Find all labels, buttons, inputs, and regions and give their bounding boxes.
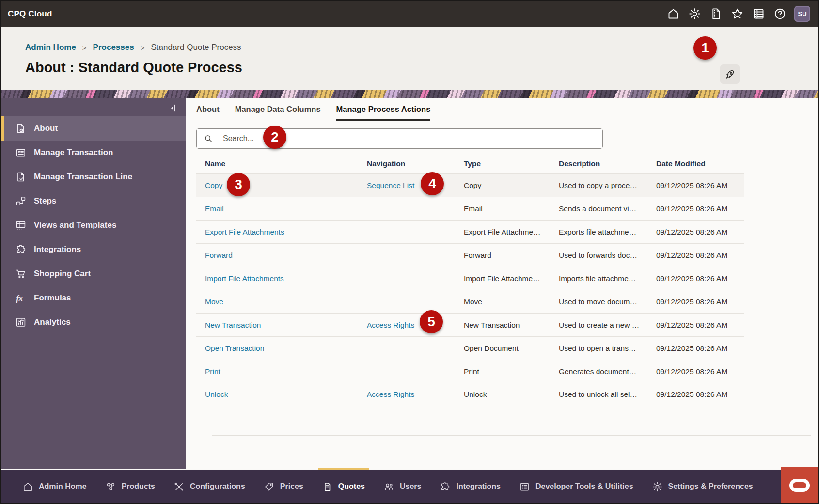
tables-button[interactable] [748, 4, 769, 24]
description-cell: Sends a document vi… [559, 205, 656, 213]
sidebar-item-label: Formulas [34, 293, 71, 303]
table-row[interactable]: Open Transaction Open Document Used to o… [196, 336, 744, 360]
table-row[interactable]: Import File Attachments Import File Atta… [196, 267, 744, 290]
table-row[interactable]: Print Print Generates document… 09/12/20… [196, 360, 744, 383]
help-icon [773, 7, 787, 20]
action-name-link[interactable]: Open Transaction [205, 344, 264, 352]
user-avatar[interactable]: SU [794, 6, 810, 22]
top-app-bar: CPQ Cloud SU [1, 1, 818, 27]
home-button[interactable] [662, 4, 684, 24]
sidebar-item-integrations[interactable]: Integrations [1, 237, 186, 262]
tab-manage-data-columns[interactable]: Manage Data Columns [235, 105, 321, 121]
bottomnav-label: Developer Tools & Utilities [536, 482, 633, 491]
breadcrumb-processes[interactable]: Processes [93, 43, 134, 52]
sidebar-item-label: Analytics [34, 317, 71, 327]
sidebar-item-label: Manage Transaction [34, 148, 113, 158]
sidebar-item-manage-transaction-line[interactable]: Manage Transaction Line [1, 165, 186, 189]
action-name-link[interactable]: Import File Attachments [205, 274, 284, 283]
bottomnav-label: Admin Home [39, 482, 87, 491]
sidebar-item-manage-transaction[interactable]: Manage Transaction [1, 141, 186, 165]
action-name-link[interactable]: Email [205, 205, 224, 213]
type-cell: Import File Attachme… [464, 274, 559, 283]
sidebar-item-steps[interactable]: Steps [1, 189, 186, 213]
column-header-date-modified: Date Modified [656, 159, 744, 168]
bottomnav-admin-home[interactable]: Admin Home [22, 470, 87, 503]
sidebar-item-analytics[interactable]: Analytics [1, 310, 186, 334]
star-icon [731, 7, 744, 20]
description-cell: Imports file attachme… [559, 274, 656, 283]
sidebar-item-label: Manage Transaction Line [34, 172, 132, 182]
navigation-link[interactable]: Sequence List [367, 181, 414, 189]
description-cell: Used to forwards doc… [559, 251, 656, 260]
bottomnav-quotes[interactable]: Quotes [322, 470, 365, 503]
table-row[interactable]: Forward Forward Used to forwards doc… 09… [196, 243, 744, 267]
breadcrumb-admin-home[interactable]: Admin Home [25, 43, 76, 52]
deploy-button[interactable] [720, 64, 740, 84]
bottomnav-integrations[interactable]: Integrations [440, 470, 501, 503]
bottomnav-prices[interactable]: Prices [264, 470, 303, 503]
type-cell: Copy [464, 181, 559, 190]
sidebar-item-formulas[interactable]: Formulas [1, 286, 186, 310]
content-bottom-divider [212, 435, 811, 436]
bottomnav-developer-tools[interactable]: Developer Tools & Utilities [519, 470, 633, 503]
sidebar-collapse-button[interactable] [165, 101, 180, 115]
bottomnav-label: Configurations [190, 482, 245, 491]
callout-2: 2 [263, 126, 286, 149]
tab-about[interactable]: About [196, 105, 220, 121]
table-row[interactable]: Copy Sequence List Copy Used to copy a p… [196, 173, 744, 197]
steps-flow-icon [15, 195, 27, 207]
bottomnav-users[interactable]: Users [383, 470, 421, 503]
action-name-link[interactable]: Forward [205, 251, 233, 259]
home-icon [22, 481, 33, 492]
bottomnav-label: Settings & Preferences [668, 482, 753, 491]
navigation-link[interactable]: Access Rights [367, 321, 414, 329]
column-header-navigation: Navigation [367, 159, 464, 168]
action-name-link[interactable]: Print [205, 367, 220, 376]
gear-icon [688, 7, 701, 20]
bottomnav-label: Prices [280, 482, 303, 491]
action-name-link[interactable]: Unlock [205, 390, 228, 398]
bottomnav-settings-preferences[interactable]: Settings & Preferences [652, 470, 753, 503]
action-name-link[interactable]: Move [205, 298, 223, 306]
table-row[interactable]: New Transaction Access Rights New Transa… [196, 313, 744, 336]
table-row[interactable]: Move Move Used to move docum… 09/12/2025… [196, 290, 744, 313]
navigation-link[interactable]: Access Rights [367, 390, 414, 398]
table-icon [752, 7, 765, 20]
bottomnav-products[interactable]: Products [105, 470, 155, 503]
search-box[interactable] [196, 128, 603, 149]
table-row[interactable]: Export File Attachments Export File Atta… [196, 220, 744, 243]
column-header-description: Description [559, 159, 656, 168]
action-name-link[interactable]: Export File Attachments [205, 228, 284, 236]
favorites-button[interactable] [726, 4, 748, 24]
reports-button[interactable] [705, 4, 726, 24]
type-cell: Open Document [464, 344, 559, 353]
search-icon [204, 134, 213, 143]
admin-settings-button[interactable] [684, 4, 705, 24]
puzzle-icon [15, 244, 27, 255]
process-tabs: About Manage Data Columns Manage Process… [186, 98, 818, 121]
date-modified-cell: 09/12/2025 08:26 AM [656, 205, 744, 213]
table-row[interactable]: Unlock Access Rights Unlock Used to unlo… [196, 383, 744, 406]
callout-3: 3 [227, 173, 250, 196]
sidebar-item-about[interactable]: About [1, 116, 186, 141]
table-row[interactable]: Email Email Sends a document vi… 09/12/2… [196, 197, 744, 220]
column-header-type: Type [464, 159, 559, 168]
description-cell: Used to unlock all sel… [559, 390, 656, 399]
sidebar-item-shopping-cart[interactable]: Shopping Cart [1, 262, 186, 286]
date-modified-cell: 09/12/2025 08:26 AM [656, 367, 744, 376]
oracle-logo-icon [789, 479, 810, 492]
description-cell: Used to move docum… [559, 298, 656, 306]
sidebar-item-label: Views and Templates [34, 220, 116, 230]
sidebar-item-views-and-templates[interactable]: Views and Templates [1, 213, 186, 237]
description-cell: Generates document… [559, 367, 656, 376]
tab-manage-process-actions[interactable]: Manage Process Actions [336, 105, 431, 121]
type-cell: Email [464, 205, 559, 213]
bottomnav-label: Products [122, 482, 155, 491]
type-cell: Forward [464, 251, 559, 260]
help-button[interactable] [769, 4, 790, 24]
action-name-link[interactable]: Copy [205, 181, 222, 189]
oracle-assistant-button[interactable] [781, 467, 818, 503]
action-name-link[interactable]: New Transaction [205, 321, 261, 329]
bottomnav-configurations[interactable]: Configurations [173, 470, 245, 503]
type-cell: Print [464, 367, 559, 376]
